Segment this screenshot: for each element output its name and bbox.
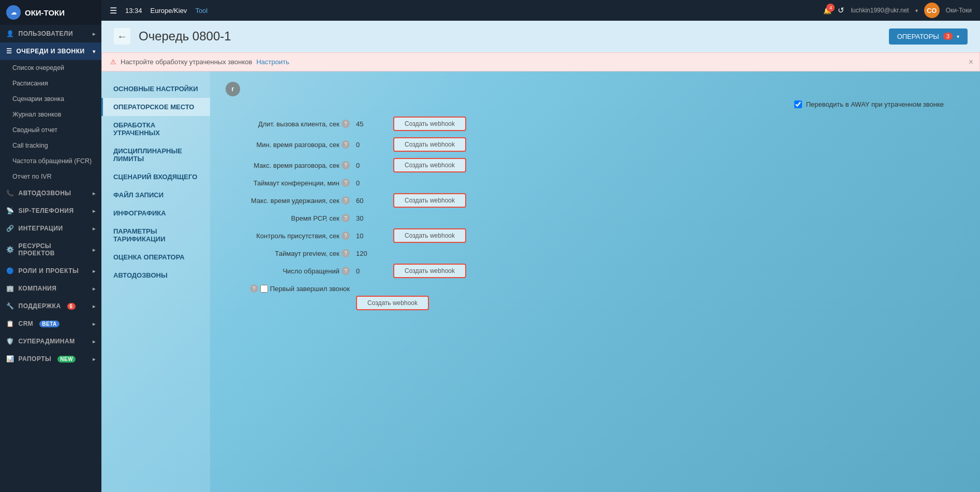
setting-max-hold: Макс. время удержания, сек ? 60 Создать … (226, 193, 964, 208)
nav-item-basic[interactable]: ОСНОВНЫЕ НАСТРОЙКИ (101, 80, 210, 98)
help-icon[interactable]: ? (250, 284, 258, 293)
chevron-icon: ▾ (93, 49, 96, 54)
nav-item-operator-place[interactable]: ОПЕРАТОРСКОЕ МЕСТО (101, 98, 210, 116)
help-icon[interactable]: ? (341, 196, 350, 205)
first-finished-checkbox[interactable] (260, 285, 268, 293)
content-area: ОСНОВНЫЕ НАСТРОЙКИ ОПЕРАТОРСКОЕ МЕСТО ОБ… (101, 71, 980, 492)
queues-label: ОЧЕРЕДИ И ЗВОНКИ (17, 48, 85, 55)
refresh-icon[interactable]: ↺ (838, 6, 844, 15)
avatar: CO (924, 3, 940, 18)
nav-item-lost-handling[interactable]: ОБРАБОТКА УТРАЧЕННЫХ (101, 116, 210, 142)
topbar-tool[interactable]: Tool (195, 7, 207, 15)
page-title: Очередь 0800-1 (139, 29, 881, 44)
bell-button[interactable]: 🔔 4 (823, 7, 831, 15)
help-icon[interactable]: ? (341, 161, 350, 169)
alert-link[interactable]: Настроить (256, 58, 289, 66)
roles-icon: 🔵 (6, 267, 14, 274)
help-icon[interactable]: ? (341, 249, 350, 257)
chevron-icon: ▸ (93, 191, 96, 196)
sidebar-item-summary[interactable]: Сводный отчет (0, 122, 101, 138)
webhook-btn-max-talk[interactable]: Создать webhook (393, 158, 466, 172)
setting-first-finished: ? Первый завершил звонок Создать webhook (226, 284, 964, 310)
sidebar: ☁ ОКИ-ТОКИ 👤 ПОЛЬЗОВАТЕЛИ ▸ ☰ ОЧЕРЕДИ И … (0, 0, 101, 492)
nav-item-record-file[interactable]: ФАЙЛ ЗАПИСИ (101, 186, 210, 204)
setting-conf-timeout: Таймаут конференции, мин ? 0 (226, 179, 964, 187)
webhook-btn-min-talk[interactable]: Создать webhook (393, 137, 466, 152)
sidebar-item-roles[interactable]: 🔵 РОЛИ И ПРОЕКТЫ ▸ (0, 262, 101, 280)
chevron-icon: ▸ (93, 247, 96, 253)
alert-icon: ⚠ (110, 58, 116, 66)
users-icon: 👤 (6, 30, 14, 37)
sidebar-item-call-log[interactable]: Журнал звонков (0, 107, 101, 122)
sidebar-item-superadmin[interactable]: 🛡️ СУПЕРАДМИНАМ ▸ (0, 332, 101, 350)
company-icon: 🏢 (6, 285, 14, 292)
sidebar-item-sip[interactable]: 📡 SIP-ТЕЛЕФОНИЯ ▸ (0, 202, 101, 220)
max-talk-value: 0 (356, 162, 387, 169)
reports-badge: NEW (57, 356, 76, 363)
sidebar-item-ivr-report[interactable]: Отчет по IVR (0, 169, 101, 184)
sidebar-logo: ☁ ОКИ-ТОКИ (0, 0, 101, 25)
nav-item-operator-eval[interactable]: ОЦЕНКА ОПЕРАТОРА (101, 248, 210, 266)
webhook-btn-presence[interactable]: Создать webhook (393, 228, 466, 243)
nav-item-incoming[interactable]: СЦЕНАРИЙ ВХОДЯЩЕГО (101, 168, 210, 186)
back-button[interactable]: ← (114, 28, 130, 45)
topbar-right: 🔔 4 ↺ luchkin1990@ukr.net ▾ CO Оки-Токи (823, 3, 972, 18)
chevron-icon: ▸ (93, 226, 96, 231)
conf-timeout-label: Таймаут конференции, мин (254, 179, 339, 187)
menu-icon[interactable]: ☰ (110, 6, 117, 16)
help-icon[interactable]: ? (341, 140, 350, 149)
sidebar-item-autodials[interactable]: 📞 АВТОДОЗВОНЫ ▸ (0, 184, 101, 202)
max-talk-label: Макс. время разговора, сек (254, 162, 339, 169)
chevron-icon: ▸ (93, 303, 96, 309)
sidebar-item-queues[interactable]: ☰ ОЧЕРЕДИ И ЗВОНКИ ▾ (0, 42, 101, 60)
sidebar-item-company[interactable]: 🏢 КОМПАНИЯ ▸ (0, 280, 101, 297)
help-icon[interactable]: ? (341, 120, 350, 128)
topbar-timezone: Europe/Kiev (151, 7, 187, 15)
sidebar-item-queue-list[interactable]: Список очередей (0, 60, 101, 76)
preview-label: Таймаут preview, сек (275, 250, 339, 257)
operators-count-badge: 3 (943, 33, 953, 40)
sidebar-item-crm[interactable]: 📋 CRM BETA ▸ (0, 315, 101, 332)
away-checkbox[interactable] (794, 100, 802, 108)
superadmin-label: СУПЕРАДМИНАМ (19, 338, 75, 345)
pcp-value: 30 (356, 214, 387, 222)
help-icon[interactable]: ? (341, 179, 350, 187)
alert-close-button[interactable]: × (969, 57, 973, 67)
topbar-email[interactable]: luchkin1990@ukr.net (851, 7, 909, 14)
sidebar-item-support[interactable]: 🔧 ПОДДЕРЖКА 6 ▸ (0, 297, 101, 315)
help-icon[interactable]: ? (341, 214, 350, 222)
sidebar-item-users[interactable]: 👤 ПОЛЬЗОВАТЕЛИ ▸ (0, 25, 101, 42)
operators-button[interactable]: ОПЕРАТОРЫ 3 ▾ (889, 28, 968, 45)
webhook-btn-first-finished[interactable]: Создать webhook (356, 296, 429, 310)
resources-icon: ⚙️ (6, 246, 14, 253)
nav-item-infographics[interactable]: ИНФОГРАФИКА (101, 204, 210, 222)
nav-item-discipline[interactable]: ДИСЦИПЛИНАРНЫЕ ЛИМИТЫ (101, 142, 210, 168)
nav-item-autodials[interactable]: АВТОДОЗВОНЫ (101, 266, 210, 284)
sidebar-item-call-scenarios[interactable]: Сценарии звонка (0, 91, 101, 107)
chevron-icon: ▸ (93, 286, 96, 292)
away-label: Переводить в AWAY при утраченном звонке (806, 100, 944, 108)
company-label: КОМПАНИЯ (19, 285, 57, 292)
chevron-icon: ▸ (93, 31, 96, 37)
webhook-btn-call-duration[interactable]: Создать webhook (393, 117, 466, 131)
users-label: ПОЛЬЗОВАТЕЛИ (19, 30, 73, 37)
operators-label: ОПЕРАТОРЫ (897, 33, 939, 40)
sidebar-item-resources[interactable]: ⚙️ РЕСУРСЫ ПРОЕКТОВ ▸ (0, 237, 101, 262)
help-icon[interactable]: ? (341, 267, 350, 275)
sidebar-item-integrations[interactable]: 🔗 ИНТЕГРАЦИИ ▸ (0, 220, 101, 237)
setting-call-duration: Длит. вызова клиента, сек ? 45 Создать w… (226, 117, 964, 131)
webhook-btn-num-contacts[interactable]: Создать webhook (393, 264, 466, 278)
setting-min-talk: Мин. время разговора, сек ? 0 Создать we… (226, 137, 964, 152)
alert-banner: ⚠ Настройте обработку утраченных звонков… (101, 52, 980, 71)
presence-label: Контроль присутствия, сек (256, 232, 339, 240)
right-panel: г Переводить в AWAY при утраченном звонк… (210, 71, 980, 492)
queues-icon: ☰ (6, 48, 12, 55)
sidebar-item-schedules[interactable]: Расписания (0, 76, 101, 91)
help-icon[interactable]: ? (341, 231, 350, 240)
integrations-label: ИНТЕГРАЦИИ (19, 225, 63, 232)
sidebar-item-reports[interactable]: 📊 РАПОРТЫ NEW ▸ (0, 350, 101, 368)
webhook-btn-max-hold[interactable]: Создать webhook (393, 193, 466, 208)
sidebar-item-call-tracking[interactable]: Call tracking (0, 138, 101, 153)
sidebar-item-fcr[interactable]: Частота обращений (FCR) (0, 153, 101, 169)
nav-item-tariff[interactable]: ПАРАМЕТРЫ ТАРИФИКАЦИИ (101, 222, 210, 248)
